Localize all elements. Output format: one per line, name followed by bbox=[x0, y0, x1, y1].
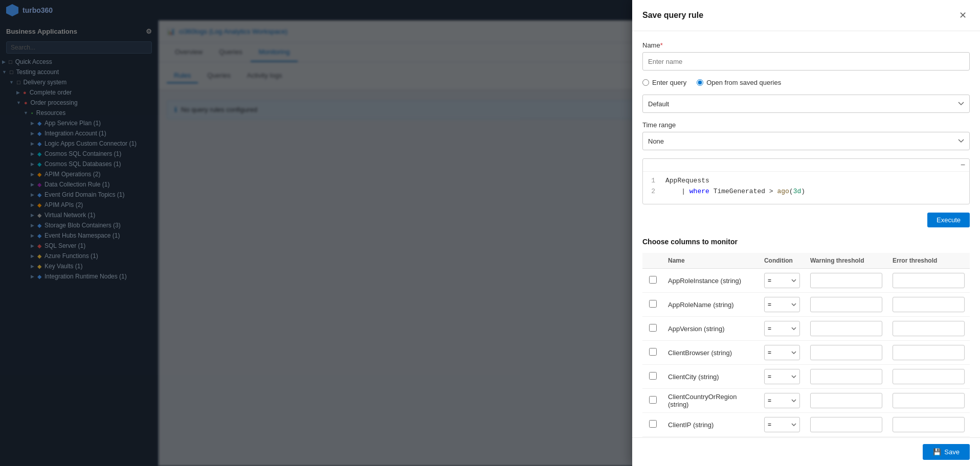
warning-threshold-input-0[interactable] bbox=[810, 273, 882, 288]
row-checkbox-cell bbox=[642, 365, 663, 389]
source-select[interactable]: Default bbox=[642, 95, 970, 113]
warning-threshold-input-1[interactable] bbox=[810, 297, 882, 312]
columns-table: Name Condition Warning threshold Error t… bbox=[642, 253, 970, 437]
warning-threshold-input-6[interactable] bbox=[810, 417, 882, 432]
error-threshold-input-6[interactable] bbox=[893, 417, 965, 432]
row-checkbox-cell bbox=[642, 269, 663, 293]
row-warning-cell bbox=[805, 293, 887, 317]
row-checkbox-3[interactable] bbox=[649, 348, 657, 356]
execute-button[interactable]: Execute bbox=[927, 213, 970, 227]
col-header-checkbox bbox=[642, 253, 663, 269]
row-condition-cell: =!=><>=<= bbox=[759, 413, 805, 437]
row-checkbox-0[interactable] bbox=[649, 276, 657, 284]
col-header-condition: Condition bbox=[759, 253, 805, 269]
open-saved-label: Open from saved queries bbox=[706, 79, 781, 86]
modal-header: Save query rule ✕ bbox=[632, 0, 980, 31]
error-threshold-input-3[interactable] bbox=[893, 345, 965, 360]
error-threshold-input-4[interactable] bbox=[893, 369, 965, 384]
row-condition-cell: =!=><>=<= bbox=[759, 389, 805, 413]
row-condition-cell: =!=><>=<= bbox=[759, 365, 805, 389]
row-checkbox-5[interactable] bbox=[649, 396, 657, 404]
row-condition-cell: =!=><>=<= bbox=[759, 341, 805, 365]
condition-select-3[interactable]: =!=><>=<= bbox=[764, 345, 800, 360]
condition-select-5[interactable]: =!=><>=<= bbox=[764, 393, 800, 408]
row-error-cell bbox=[887, 341, 970, 365]
row-name-cell: ClientBrowser (string) bbox=[663, 341, 759, 365]
row-warning-cell bbox=[805, 341, 887, 365]
row-warning-cell bbox=[805, 413, 887, 437]
open-saved-radio[interactable] bbox=[697, 79, 703, 86]
modal-title: Save query rule bbox=[642, 11, 703, 20]
code-lines: 1 2 AppRequests | where TimeGenerated > … bbox=[643, 172, 969, 201]
save-icon: 💾 bbox=[933, 448, 941, 456]
open-saved-radio-option[interactable]: Open from saved queries bbox=[697, 79, 781, 86]
warning-threshold-input-5[interactable] bbox=[810, 393, 882, 408]
error-threshold-input-1[interactable] bbox=[893, 297, 965, 312]
name-label: Name* bbox=[642, 41, 970, 49]
table-row: ClientBrowser (string) =!=><>=<= bbox=[642, 341, 970, 365]
modal-footer: 💾 Save bbox=[632, 437, 980, 466]
row-warning-cell bbox=[805, 389, 887, 413]
row-checkbox-cell bbox=[642, 341, 663, 365]
condition-select-4[interactable]: =!=><>=<= bbox=[764, 369, 800, 384]
warning-threshold-input-2[interactable] bbox=[810, 321, 882, 336]
table-row: AppRoleName (string) =!=><>=<= bbox=[642, 293, 970, 317]
row-condition-cell: =!=><>=<= bbox=[759, 293, 805, 317]
save-query-rule-modal: Save query rule ✕ Name* Enter query bbox=[632, 0, 980, 466]
collapse-button[interactable]: − bbox=[961, 161, 965, 169]
execute-row: Execute bbox=[642, 213, 970, 227]
table-row: ClientCountryOrRegion (string) =!=><>=<= bbox=[642, 389, 970, 413]
col-header-error: Error threshold bbox=[887, 253, 970, 269]
row-name-cell: ClientCountryOrRegion (string) bbox=[663, 389, 759, 413]
row-checkbox-6[interactable] bbox=[649, 420, 657, 428]
table-row: AppVersion (string) =!=><>=<= bbox=[642, 317, 970, 341]
modal-body: Name* Enter query Open from saved querie… bbox=[632, 31, 980, 437]
row-error-cell bbox=[887, 293, 970, 317]
row-checkbox-2[interactable] bbox=[649, 324, 657, 332]
required-marker: * bbox=[660, 41, 663, 49]
condition-select-0[interactable]: =!=><>=<= bbox=[764, 273, 800, 288]
condition-select-1[interactable]: =!=><>=<= bbox=[764, 297, 800, 312]
error-threshold-input-2[interactable] bbox=[893, 321, 965, 336]
code-editor-header: − bbox=[643, 159, 969, 172]
name-input[interactable] bbox=[642, 52, 970, 71]
condition-select-2[interactable]: =!=><>=<= bbox=[764, 321, 800, 336]
enter-query-radio[interactable] bbox=[642, 79, 649, 86]
enter-query-label: Enter query bbox=[652, 79, 686, 86]
col-header-warning: Warning threshold bbox=[805, 253, 887, 269]
row-warning-cell bbox=[805, 365, 887, 389]
columns-table-header-row: Name Condition Warning threshold Error t… bbox=[642, 253, 970, 269]
row-name-cell: AppVersion (string) bbox=[663, 317, 759, 341]
name-field-group: Name* bbox=[642, 41, 970, 71]
row-error-cell bbox=[887, 317, 970, 341]
row-error-cell bbox=[887, 269, 970, 293]
warning-threshold-input-3[interactable] bbox=[810, 345, 882, 360]
code-content: AppRequests | where TimeGenerated > ago(… bbox=[661, 176, 809, 197]
row-checkbox-cell bbox=[642, 293, 663, 317]
row-name-cell: ClientIP (string) bbox=[663, 413, 759, 437]
source-select-group: Default bbox=[642, 95, 970, 113]
row-name-cell: AppRoleName (string) bbox=[663, 293, 759, 317]
time-range-select[interactable]: None Last hour Last 24 hours Last 7 days bbox=[642, 132, 970, 150]
columns-table-head: Name Condition Warning threshold Error t… bbox=[642, 253, 970, 269]
row-checkbox-4[interactable] bbox=[649, 372, 657, 380]
condition-select-6[interactable]: =!=><>=<= bbox=[764, 417, 800, 432]
enter-query-radio-option[interactable]: Enter query bbox=[642, 79, 686, 86]
save-button[interactable]: 💾 Save bbox=[923, 444, 970, 460]
col-header-name: Name bbox=[663, 253, 759, 269]
error-threshold-input-5[interactable] bbox=[893, 393, 965, 408]
code-line-2: | where TimeGenerated > ago(3d) bbox=[665, 187, 805, 197]
row-checkbox-1[interactable] bbox=[649, 300, 657, 308]
table-row: AppRoleInstance (string) =!=><>=<= bbox=[642, 269, 970, 293]
row-error-cell bbox=[887, 389, 970, 413]
code-editor[interactable]: − 1 2 AppRequests | where TimeGenerated … bbox=[642, 158, 970, 204]
close-button[interactable]: ✕ bbox=[955, 8, 970, 22]
row-warning-cell bbox=[805, 269, 887, 293]
save-label: Save bbox=[944, 448, 960, 456]
query-source-radio-group: Enter query Open from saved queries bbox=[642, 79, 970, 86]
error-threshold-input-0[interactable] bbox=[893, 273, 965, 288]
row-warning-cell bbox=[805, 317, 887, 341]
warning-threshold-input-4[interactable] bbox=[810, 369, 882, 384]
row-name-cell: ClientCity (string) bbox=[663, 365, 759, 389]
row-name-cell: AppRoleInstance (string) bbox=[663, 269, 759, 293]
